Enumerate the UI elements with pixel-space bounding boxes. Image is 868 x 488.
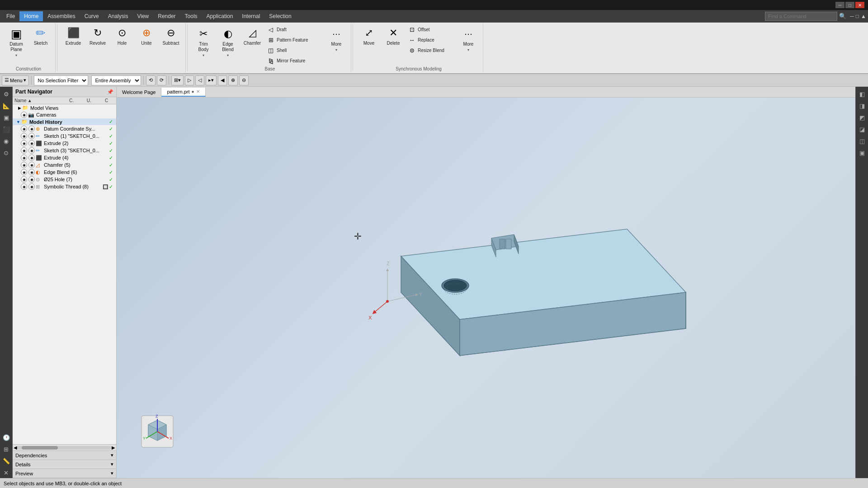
right-icon-6[interactable]: ▣ [857,147,868,158]
pattern-feature-tool[interactable]: ⊞ Pattern Feature [265,35,324,45]
shell-tool[interactable]: ◫ Shell [265,45,324,55]
left-icon-5[interactable]: ⊙ [1,147,12,158]
datum-plane-tool[interactable]: ▣ DatumPlane ▾ [5,24,28,59]
edge-blend-btn[interactable]: ◐ EdgeBlend [219,26,236,53]
selection-filter-select[interactable]: No Selection Filter [34,75,88,85]
arrow-up-icon[interactable]: ▲ [861,13,866,19]
undo-btn[interactable]: ⟲ [146,75,156,85]
menu-assemblies[interactable]: Assemblies [43,11,80,21]
cameras-eye-icon[interactable]: ◉ [21,112,27,118]
more-sync-tool[interactable]: ⋯ More ▾ [457,24,480,53]
view3d[interactable]: ✛ [117,98,855,478]
tree-model-views[interactable]: ▶ 📁 Model Views [13,104,116,111]
sketch3-eye[interactable]: ◉ [21,147,27,154]
tree-hole7[interactable]: ◉ ◉ ⊙ Ø25 Hole (7) ✓ [13,176,116,183]
nav-horizontal-scrollbar[interactable]: ◀ ▶ [13,444,116,450]
datum-plane-arrow[interactable]: ▾ [15,53,17,57]
right-icon-1[interactable]: ◧ [857,89,868,99]
max-button[interactable]: □ [845,2,854,8]
menu-application[interactable]: Application [202,11,238,21]
chamfer5-eye2[interactable]: ◉ [28,162,35,168]
find-command-input[interactable] [765,12,837,21]
menu-file[interactable]: File [2,11,19,21]
tab-welcome-page[interactable]: Welcome Page [117,88,161,96]
more-base-btn[interactable]: ⋯ More [328,26,345,48]
subtract-tool[interactable]: ⊖ Subtract [159,24,183,47]
sketch3-eye2[interactable]: ◉ [28,147,35,154]
col-name-sort-icon[interactable]: ▲ [28,98,32,103]
minimize-icon[interactable]: ─ [850,13,854,19]
snap-btn[interactable]: ⊞▾ [171,75,184,85]
tree-sym-thread8[interactable]: ◉ ◉ ⊞ Symbolic Thread (8) 🔲 ✓ [13,183,116,190]
extrude2-eye2[interactable]: ◉ [28,140,35,146]
left-icon-ruler[interactable]: 📏 [1,455,12,466]
replace-tool[interactable]: ↔ Replace [406,35,456,45]
tree-edge-blend6[interactable]: ◉ ◉ ◐ Edge Blend (6) ✓ [13,169,116,176]
part-nav-pin[interactable]: 📌 [107,89,113,95]
more-base-tool[interactable]: ⋯ More ▾ [325,24,348,53]
hscroll-left-btn[interactable]: ◀ [14,445,17,450]
chamfer-tool[interactable]: ◿ Chamfer [241,24,264,47]
tree-datum-coord[interactable]: ◉ ◉ ⊕ Datum Coordinate Sy... ✓ [13,125,116,132]
menu-render[interactable]: Render [153,11,180,21]
extrude2-eye[interactable]: ◉ [21,140,27,146]
mirror-feature-tool[interactable]: ⧎ Mirror Feature [265,56,324,66]
offset-tool[interactable]: ⊡ Offset [406,24,456,34]
edge-blend6-eye[interactable]: ◉ [21,169,27,175]
left-icon-time[interactable]: 🕐 [1,432,12,443]
edge-blend-tool[interactable]: ◐ EdgeBlend ▾ [216,24,240,59]
hscroll-track[interactable] [17,446,112,450]
left-icon-help[interactable]: ✕ [1,467,12,478]
sym-thread8-eye2[interactable]: ◉ [28,183,35,190]
hole7-eye2[interactable]: ◉ [28,176,35,183]
zoom-out-btn[interactable]: ⊖ [239,75,249,85]
tree-sketch1[interactable]: ◉ ◉ ✏ Sketch (1) "SKETCH_0... ✓ [13,132,116,140]
extrude-tool[interactable]: ⬛ Extrude [61,24,85,47]
dependencies-header[interactable]: Dependencies ▾ [13,451,116,460]
tree-extrude4[interactable]: ◉ ◉ ⬛ Extrude (4) ✓ [13,154,116,161]
preview-header[interactable]: Preview ▾ [13,469,116,478]
menu-curve[interactable]: Curve [80,11,104,21]
menu-analysis[interactable]: Analysis [104,11,133,21]
left-icon-1[interactable]: 📐 [1,100,12,111]
datum-eye[interactable]: ◉ [21,126,27,132]
datum-plane-btn[interactable]: ▣ DatumPlane [8,26,25,53]
revolve-tool[interactable]: ↻ Revolve [86,24,109,47]
more-base-arrow[interactable]: ▾ [335,48,337,52]
resize-blend-tool[interactable]: ⊜ Resize Blend [406,45,456,55]
left-icon-settings[interactable]: ⚙ [1,89,12,99]
min-button[interactable]: ─ [835,2,844,8]
extrude4-eye2[interactable]: ◉ [28,155,35,161]
menu-view[interactable]: View [132,11,153,21]
draft-tool[interactable]: ◁ Draft [265,24,324,34]
trim-body-arrow[interactable]: ▾ [203,53,204,57]
sketch1-eye2[interactable]: ◉ [28,133,35,139]
move-tool[interactable]: ⤢ Move [357,24,381,47]
menu-internal[interactable]: Internal [237,11,264,21]
tab-close-icon[interactable]: ✕ [196,89,200,94]
left-icon-grid[interactable]: ⊞ [1,444,12,455]
left-icon-3[interactable]: ⬛ [1,124,12,135]
nav3-btn[interactable]: ▸▾ [206,75,217,85]
right-icon-5[interactable]: ◫ [857,136,868,146]
tree-extrude2[interactable]: ◉ ◉ ⬛ Extrude (2) ✓ [13,140,116,147]
left-icon-4[interactable]: ◉ [1,136,12,146]
details-header[interactable]: Details ▾ [13,460,116,469]
menu-tools[interactable]: Tools [180,11,202,21]
zoom-in-btn[interactable]: ⊕ [228,75,238,85]
more-sync-btn[interactable]: ⋯ More [460,26,477,48]
restore-icon[interactable]: □ [856,13,859,19]
menu-btn[interactable]: ☰ Menu ▾ [2,75,29,85]
sketch1-eye[interactable]: ◉ [21,133,27,139]
hscroll-right-btn[interactable]: ▶ [112,445,115,450]
scope-select[interactable]: Entire Assembly [91,75,141,85]
right-icon-2[interactable]: ◨ [857,100,868,111]
sketch-tool[interactable]: ✏ Sketch [29,24,52,47]
sym-thread8-eye[interactable]: ◉ [21,183,27,190]
datum-eye2[interactable]: ◉ [28,126,35,132]
unite-tool[interactable]: ⊕ Unite [135,24,158,47]
right-icon-3[interactable]: ◩ [857,112,868,123]
left-icon-2[interactable]: ▣ [1,112,12,123]
tab-pattern-prt[interactable]: pattern.prt ● ✕ [161,88,205,97]
tree-model-history[interactable]: ▼ 📁 Model History ✓ [13,118,116,125]
